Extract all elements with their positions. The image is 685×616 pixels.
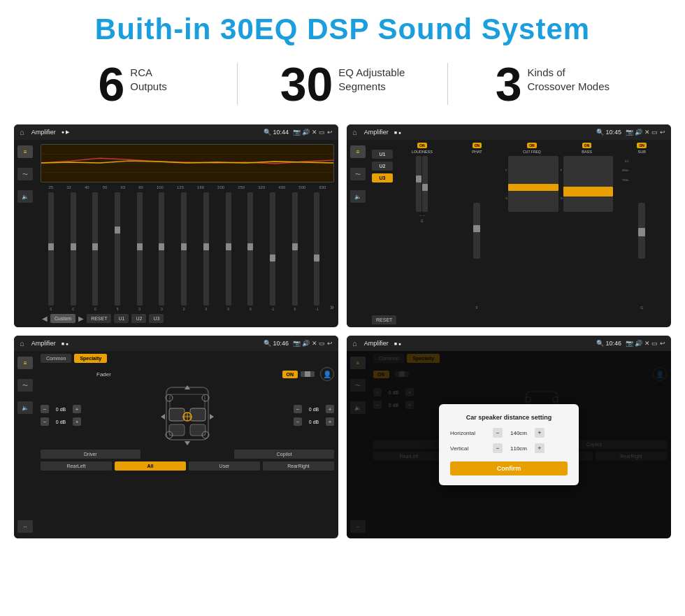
screen3-icons: 📷 🔊 ✕ ▭ ↩ — [293, 340, 333, 347]
car-diagram — [84, 384, 291, 447]
eq-main: 253240506380 100125160200250320 40050063… — [36, 140, 338, 327]
reset-btn-amp[interactable]: RESET — [372, 315, 396, 324]
screen2-time: 🔍 10:45 — [596, 129, 621, 136]
bass-label: BASS — [582, 150, 592, 154]
screen4-topbar: ⌂ Amplifier ■ ● 🔍 10:46 📷 🔊 ✕ ▭ ↩ — [347, 336, 671, 351]
fader-main: Common Specialty Fader ON 👤 — [36, 351, 338, 538]
copilot-btn[interactable]: Copilot — [234, 450, 334, 459]
screen1-title: Amplifier — [31, 129, 56, 136]
u3-btn-eq[interactable]: U3 — [149, 314, 164, 323]
fader-header: Fader ON 👤 — [41, 367, 334, 381]
home-icon-4[interactable]: ⌂ — [352, 339, 357, 348]
fr-db-value: 0 dB — [304, 407, 324, 412]
screen2-sidebar: ≡ 〜 🔈 — [347, 140, 369, 327]
fl-plus[interactable]: + — [73, 405, 81, 413]
screen-dialog: ⌂ Amplifier ■ ● 🔍 10:46 📷 🔊 ✕ ▭ ↩ ≡ 〜 🔈 … — [347, 336, 671, 538]
preset-u1[interactable]: U1 — [372, 150, 393, 159]
sub-label: SUB — [638, 150, 646, 154]
svg-rect-5 — [169, 408, 185, 421]
all-btn[interactable]: All — [115, 461, 186, 471]
rr-db-row: − 0 dB + — [294, 417, 334, 426]
home-icon-3[interactable]: ⌂ — [20, 339, 24, 348]
screen-amplifier: ⌂ Amplifier ■ ● 🔍 10:45 📷 🔊 ✕ ▭ ↩ ≡ 〜 🔈 … — [347, 124, 671, 327]
vertical-row: Vertical − 110cm + — [450, 443, 568, 453]
vertical-plus[interactable]: + — [535, 443, 545, 453]
eq-slider-10: 0 — [240, 192, 261, 311]
custom-btn[interactable]: Custom — [50, 314, 75, 323]
svg-marker-18 — [161, 414, 165, 420]
rr-minus[interactable]: − — [294, 417, 302, 426]
svg-rect-6 — [190, 408, 206, 421]
screen2-dots: ■ ● — [394, 130, 401, 135]
rl-db-row: − 0 dB + — [41, 417, 81, 426]
eq-icon[interactable]: ≡ — [17, 145, 33, 158]
fl-minus[interactable]: − — [41, 405, 49, 413]
horizontal-plus[interactable]: + — [535, 428, 545, 438]
screen3-title: Amplifier — [31, 340, 56, 347]
stat-crossover-number: 3 — [496, 60, 522, 108]
horizontal-minus[interactable]: − — [493, 428, 503, 438]
fader-label: Fader — [96, 371, 111, 378]
vertical-label: Vertical — [450, 445, 489, 452]
speaker-icon[interactable]: 🔈 — [17, 190, 33, 203]
horizontal-row: Horizontal − 140cm + — [450, 428, 568, 438]
speaker-icon-2[interactable]: 🔈 — [350, 190, 366, 203]
horizontal-ctrl: − 140cm + — [493, 428, 545, 438]
u2-btn-eq[interactable]: U2 — [131, 314, 146, 323]
reset-btn-eq[interactable]: RESET — [87, 314, 111, 323]
wave-icon[interactable]: 〜 — [17, 168, 33, 180]
stat-rca-number: 6 — [98, 60, 124, 108]
sub-on: ON — [637, 143, 647, 148]
screen3-topbar: ⌂ Amplifier ■ ● 🔍 10:46 📷 🔊 ✕ ▭ ↩ — [14, 336, 338, 351]
eq-slider-9: 0 — [218, 192, 239, 311]
eq-icon-2[interactable]: ≡ — [350, 145, 366, 158]
vertical-minus[interactable]: − — [493, 443, 503, 453]
horizontal-value: 140cm — [505, 430, 532, 436]
fr-db-row: − 0 dB + — [294, 405, 334, 413]
next-arrow[interactable]: ▶ — [78, 315, 84, 322]
specialty-tab[interactable]: Specialty — [74, 354, 107, 363]
fl-db-value: 0 dB — [51, 407, 71, 412]
preset-u3[interactable]: U3 — [372, 173, 393, 182]
fr-minus[interactable]: − — [294, 405, 302, 413]
speaker-icon-3[interactable]: 🔈 — [17, 401, 33, 414]
screen-eq: ⌂ Amplifier ● ▶ 🔍 10:44 📷 🔊 ✕ ▭ ↩ ≡ 〜 🔈 — [14, 124, 338, 327]
rr-plus[interactable]: + — [326, 417, 334, 426]
channel-icon-3[interactable]: ↔ — [17, 520, 33, 533]
svg-marker-17 — [185, 441, 190, 445]
wave-icon-2[interactable]: 〜 — [350, 168, 366, 180]
phat-label: PHAT — [472, 150, 482, 154]
eq-sliders: 0 0 0 5 0 — [41, 192, 334, 311]
stat-eq-number: 30 — [280, 60, 333, 108]
fader-on-button[interactable]: ON — [282, 371, 298, 378]
driver-btn[interactable]: Driver — [41, 450, 140, 459]
screen1-icons: 📷 🔊 ✕ ▭ ↩ — [293, 129, 333, 136]
home-icon-2[interactable]: ⌂ — [352, 128, 357, 136]
wave-icon-3[interactable]: 〜 — [17, 379, 33, 392]
user-btn[interactable]: User — [189, 461, 260, 471]
home-icon[interactable]: ⌂ — [20, 128, 24, 136]
stat-divider-2 — [447, 63, 448, 105]
page-title: Buith-in 30EQ DSP Sound System — [0, 0, 685, 53]
rearright-btn[interactable]: RearRight — [263, 461, 334, 471]
prev-arrow[interactable]: ◀ — [42, 315, 48, 322]
vertical-ctrl: − 110cm + — [493, 443, 545, 453]
dialog-overlay: Car speaker distance setting Horizontal … — [347, 351, 671, 538]
eq-icon-3[interactable]: ≡ — [17, 357, 33, 369]
dialog-box: Car speaker distance setting Horizontal … — [439, 404, 579, 485]
screen1-sidebar: ≡ 〜 🔈 — [14, 140, 36, 327]
fr-plus[interactable]: + — [326, 405, 334, 413]
u1-btn-eq[interactable]: U1 — [114, 314, 129, 323]
preset-u2[interactable]: U2 — [372, 162, 393, 171]
eq-slider-7: 0 — [173, 192, 194, 311]
common-tab[interactable]: Common — [41, 354, 71, 363]
rl-minus[interactable]: − — [41, 417, 49, 426]
screen-fader: ⌂ Amplifier ■ ● 🔍 10:46 📷 🔊 ✕ ▭ ↩ ≡ 〜 🔈 … — [14, 336, 338, 538]
confirm-button[interactable]: Confirm — [450, 461, 568, 475]
screen2-topbar: ⌂ Amplifier ■ ● 🔍 10:45 📷 🔊 ✕ ▭ ↩ — [347, 124, 671, 140]
rl-plus[interactable]: + — [73, 417, 81, 426]
stat-rca: 6 RCAOutputs — [42, 60, 223, 108]
rearleft-btn[interactable]: RearLeft — [41, 461, 112, 471]
screen3-sidebar: ≡ 〜 🔈 ↔ — [14, 351, 36, 538]
eq-freq-labels: 253240506380 100125160200250320 40050063… — [41, 185, 334, 189]
